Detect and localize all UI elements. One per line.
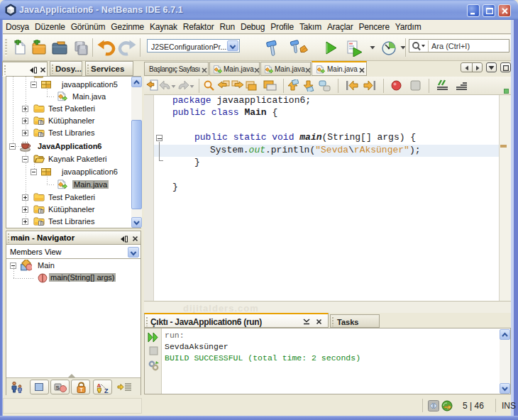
svg-text:S: S: [56, 385, 60, 391]
svg-text:T: T: [80, 387, 84, 392]
svg-text:Z: Z: [104, 387, 109, 394]
